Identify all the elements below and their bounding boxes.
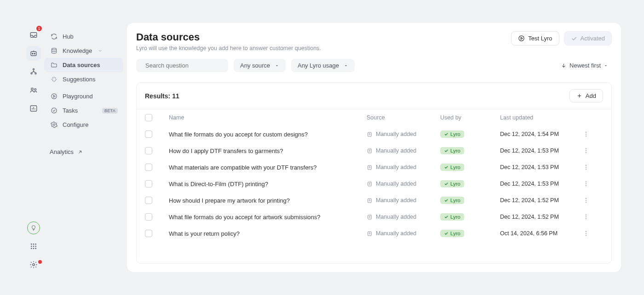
- row-name: What is your return policy?: [169, 230, 367, 237]
- table-row[interactable]: What is your return policy?Manually adde…: [137, 225, 611, 242]
- sidebar-label: Knowledge: [63, 47, 92, 54]
- rail-apps[interactable]: [26, 239, 41, 254]
- svg-point-11: [33, 244, 34, 245]
- table-row[interactable]: What is Direct-to-Film (DTF) printing?Ma…: [137, 176, 611, 192]
- caret-down-icon: [275, 63, 279, 68]
- svg-point-48: [586, 216, 586, 217]
- sidebar-item-hub[interactable]: Hub: [44, 29, 123, 44]
- svg-point-24: [519, 36, 524, 41]
- row-checkbox[interactable]: [145, 164, 152, 171]
- dots-vertical-icon: [583, 214, 589, 220]
- row-menu-button[interactable]: [583, 164, 603, 170]
- settings-alert-dot: [38, 260, 42, 264]
- search-input-container[interactable]: [136, 59, 228, 72]
- sidebar-item-tasks[interactable]: Tasks BETA: [44, 103, 123, 118]
- row-name: What file formats do you accept for cust…: [169, 131, 367, 138]
- rail-org[interactable]: [26, 64, 41, 79]
- check-circle-icon: [50, 107, 58, 114]
- svg-point-39: [586, 182, 586, 182]
- table-row[interactable]: What materials are compatible with your …: [137, 159, 611, 176]
- row-updated: Dec 12, 2024, 1:52 PM: [500, 197, 583, 204]
- svg-point-47: [586, 215, 586, 216]
- sidebar-item-suggestions[interactable]: Suggestions: [44, 72, 123, 86]
- row-menu-button[interactable]: [583, 148, 603, 154]
- row-checkbox[interactable]: [145, 213, 152, 221]
- svg-point-53: [586, 235, 586, 236]
- lyro-tag: Lyro: [440, 164, 464, 171]
- col-usedby: Used by: [440, 114, 500, 121]
- table-row[interactable]: What file formats do you accept for artw…: [137, 209, 611, 225]
- note-icon: [367, 181, 373, 187]
- sidebar-item-data-sources[interactable]: Data sources: [44, 58, 123, 72]
- search-input[interactable]: [145, 62, 223, 69]
- row-checkbox[interactable]: [145, 180, 152, 187]
- lyro-tag: Lyro: [440, 197, 464, 204]
- page-title: Data sources: [136, 31, 321, 43]
- svg-point-23: [53, 124, 55, 126]
- row-usedby: Lyro: [440, 230, 500, 237]
- select-all-checkbox[interactable]: [145, 114, 152, 121]
- gear-icon: [50, 121, 58, 128]
- beta-badge: BETA: [102, 108, 118, 113]
- sidebar-label: Suggestions: [63, 76, 96, 83]
- bot-icon: [29, 49, 38, 57]
- svg-rect-38: [368, 182, 372, 186]
- lyro-tag: Lyro: [440, 180, 464, 187]
- check-icon: [444, 182, 448, 186]
- source-filter[interactable]: Any source: [234, 59, 286, 72]
- svg-point-3: [34, 53, 35, 54]
- lyro-tag: Lyro: [440, 130, 464, 138]
- row-checkbox[interactable]: [145, 147, 152, 154]
- rail-inbox[interactable]: 1: [26, 28, 41, 42]
- svg-point-31: [586, 148, 586, 149]
- usage-filter[interactable]: Any Lyro usage: [291, 59, 355, 72]
- sidebar-label: Hub: [63, 33, 74, 40]
- sidebar: Hub Knowledge Data sources Suggestions P…: [44, 23, 127, 272]
- lyro-tag: Lyro: [440, 213, 464, 221]
- play-icon: [50, 93, 58, 100]
- results-card: Results: 11 Add Name Source Used by Last…: [136, 82, 612, 264]
- row-source: Manually added: [367, 164, 440, 170]
- gear-icon: [29, 261, 38, 269]
- svg-point-27: [586, 132, 586, 133]
- lyro-tag: Lyro: [440, 147, 464, 154]
- row-menu-button[interactable]: [583, 214, 603, 220]
- row-checkbox[interactable]: [145, 197, 152, 204]
- svg-rect-30: [368, 149, 372, 153]
- button-label: Add: [586, 92, 596, 99]
- sidebar-item-knowledge[interactable]: Knowledge: [44, 44, 123, 58]
- sidebar-label: Data sources: [63, 62, 100, 68]
- note-icon: [367, 165, 373, 170]
- svg-point-10: [31, 244, 32, 245]
- rail-contacts[interactable]: [26, 83, 41, 97]
- row-source: Manually added: [367, 181, 440, 187]
- rail-bot[interactable]: [26, 46, 41, 61]
- note-icon: [367, 231, 373, 237]
- rail-tips[interactable]: [26, 221, 41, 235]
- rail-settings[interactable]: [26, 257, 41, 272]
- row-menu-button[interactable]: [583, 230, 603, 237]
- table-row[interactable]: How should I prepare my artwork for prin…: [137, 192, 611, 209]
- row-usedby: Lyro: [440, 130, 500, 138]
- rail-analytics[interactable]: [26, 101, 41, 116]
- sidebar-item-analytics[interactable]: Analytics: [44, 145, 123, 159]
- button-label: Activated: [581, 35, 605, 42]
- test-lyro-button[interactable]: Test Lyro: [511, 31, 559, 45]
- table-row[interactable]: How do I apply DTF transfers to garments…: [137, 142, 611, 159]
- table-row[interactable]: What file formats do you accept for cust…: [137, 126, 611, 142]
- row-source: Manually added: [367, 214, 440, 220]
- svg-point-4: [33, 68, 34, 70]
- row-checkbox[interactable]: [145, 130, 152, 138]
- sidebar-item-playground[interactable]: Playground: [44, 89, 123, 103]
- sort-dropdown[interactable]: Newest first: [557, 59, 612, 72]
- row-menu-button[interactable]: [583, 197, 603, 204]
- row-menu-button[interactable]: [583, 181, 603, 187]
- play-circle-icon: [518, 35, 525, 42]
- row-menu-button[interactable]: [583, 131, 603, 137]
- row-checkbox[interactable]: [145, 230, 152, 237]
- chevron-down-icon: [98, 48, 103, 53]
- dots-vertical-icon: [583, 148, 589, 154]
- add-button[interactable]: Add: [569, 89, 603, 102]
- sidebar-item-configure[interactable]: Configure: [44, 118, 123, 132]
- caret-down-icon: [344, 63, 348, 68]
